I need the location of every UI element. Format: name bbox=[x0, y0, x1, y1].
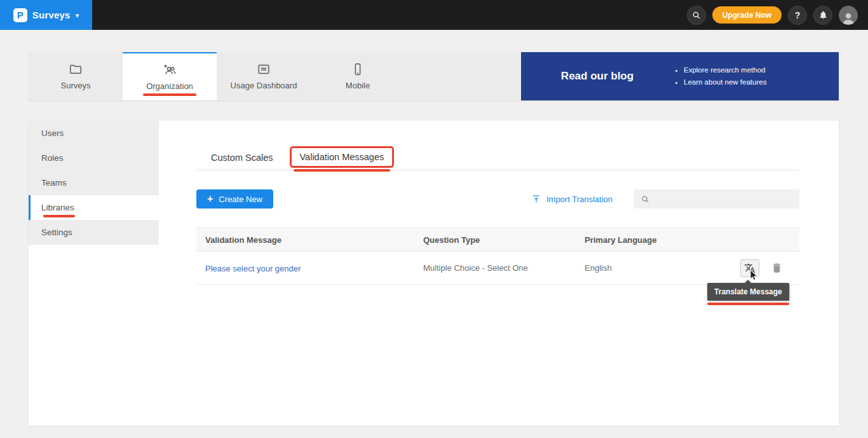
library-tabs: Custom Scales Validation Messages bbox=[196, 145, 799, 170]
main-card: Users Roles Teams Libraries Settings Cus… bbox=[29, 121, 839, 426]
table-search[interactable] bbox=[634, 189, 799, 209]
tab-validation-messages[interactable]: Validation Messages bbox=[300, 152, 384, 162]
libraries-content: Custom Scales Validation Messages + Crea… bbox=[159, 121, 839, 426]
translate-icon bbox=[744, 263, 756, 274]
page: P Surveys ▾ Upgrade Now ? Surveys bbox=[0, 0, 868, 438]
folder-icon bbox=[69, 62, 83, 76]
avatar[interactable] bbox=[839, 6, 858, 25]
help-icon: ? bbox=[795, 10, 801, 20]
organization-icon bbox=[163, 63, 177, 77]
validation-messages-table: Validation Message Question Type Primary… bbox=[196, 228, 799, 285]
trash-icon bbox=[771, 262, 783, 274]
notifications-button[interactable] bbox=[813, 6, 832, 25]
tab-custom-scales[interactable]: Custom Scales bbox=[211, 153, 273, 163]
blog-title: Read our blog bbox=[521, 70, 674, 83]
toolbar-right: Import Translation bbox=[531, 189, 799, 209]
settings-sidebar: Users Roles Teams Libraries Settings bbox=[29, 121, 159, 426]
translate-message-button[interactable] bbox=[740, 259, 759, 277]
create-new-label: Create New bbox=[219, 195, 262, 204]
question-type-cell: Multiple Choice - Select One bbox=[423, 263, 585, 273]
validation-message-link[interactable]: Please select your gender bbox=[205, 264, 301, 273]
tab-surveys[interactable]: Surveys bbox=[29, 52, 123, 100]
person-icon bbox=[841, 11, 856, 25]
annotation-underline-libraries bbox=[43, 215, 75, 217]
column-header-question-type: Question Type bbox=[423, 235, 585, 245]
brand-logo: P bbox=[13, 8, 27, 22]
column-header-validation-message: Validation Message bbox=[196, 235, 423, 245]
toolbar: + Create New Import Translation bbox=[196, 189, 799, 209]
import-icon bbox=[531, 194, 541, 204]
sidebar-item-label: Teams bbox=[41, 178, 67, 188]
tab-organization[interactable]: Organization bbox=[123, 52, 217, 100]
app-header: P Surveys ▾ Upgrade Now ? bbox=[0, 0, 868, 30]
search-icon bbox=[691, 10, 702, 20]
column-header-primary-language: Primary Language bbox=[585, 235, 704, 245]
import-translation-label: Import Translation bbox=[546, 195, 613, 204]
blog-bullet: Explore research method bbox=[684, 67, 766, 74]
tab-label: Usage Dashboard bbox=[231, 81, 297, 90]
blog-bullet-list: Explore research method Learn about new … bbox=[674, 67, 766, 86]
sidebar-item-label: Settings bbox=[41, 228, 72, 237]
annotation-underline-organization bbox=[143, 93, 196, 96]
translate-message-tooltip: Translate Message bbox=[707, 283, 789, 301]
tab-usage-dashboard[interactable]: Usage Dashboard bbox=[217, 52, 311, 100]
sidebar-item-settings[interactable]: Settings bbox=[29, 220, 159, 245]
product-name: Surveys bbox=[32, 10, 71, 20]
dashboard-icon bbox=[257, 62, 271, 76]
product-switcher[interactable]: P Surveys ▾ bbox=[0, 0, 92, 30]
blog-banner[interactable]: Read our blog Explore research method Le… bbox=[521, 52, 839, 100]
tab-label: Organization bbox=[146, 81, 193, 91]
tab-label: Surveys bbox=[61, 81, 91, 90]
sidebar-item-users[interactable]: Users bbox=[29, 121, 159, 146]
bell-icon bbox=[818, 10, 828, 20]
sidebar-item-libraries[interactable]: Libraries bbox=[29, 195, 159, 220]
row-actions: Translate Message bbox=[704, 259, 799, 277]
translate-action: Translate Message bbox=[740, 259, 759, 277]
header-actions: Upgrade Now ? bbox=[687, 6, 868, 25]
table-row: Please select your gender Multiple Choic… bbox=[196, 252, 799, 285]
sidebar-item-teams[interactable]: Teams bbox=[29, 170, 159, 195]
help-button[interactable]: ? bbox=[788, 6, 807, 25]
search-input[interactable] bbox=[654, 195, 793, 204]
mobile-icon bbox=[351, 62, 365, 76]
sidebar-item-label: Roles bbox=[41, 153, 64, 163]
chevron-down-icon: ▾ bbox=[76, 11, 79, 20]
annotation-box-validation-messages: Validation Messages bbox=[290, 146, 395, 168]
upgrade-button[interactable]: Upgrade Now bbox=[712, 6, 782, 24]
import-translation-link[interactable]: Import Translation bbox=[531, 194, 613, 204]
plus-icon: + bbox=[207, 194, 213, 204]
sidebar-item-roles[interactable]: Roles bbox=[29, 146, 159, 170]
create-new-button[interactable]: + Create New bbox=[196, 189, 273, 209]
primary-language-cell: English bbox=[585, 263, 704, 273]
blog-bullet: Learn about new features bbox=[684, 79, 766, 86]
table-header-row: Validation Message Question Type Primary… bbox=[196, 228, 799, 252]
tab-mobile[interactable]: Mobile bbox=[311, 52, 405, 100]
sidebar-item-label: Users bbox=[41, 128, 64, 138]
search-button[interactable] bbox=[687, 6, 706, 25]
tab-label: Mobile bbox=[346, 81, 370, 90]
search-icon bbox=[641, 195, 650, 204]
delete-message-button[interactable] bbox=[771, 262, 783, 274]
primary-nav: Surveys Organization Usage Dashboard Mob… bbox=[29, 52, 839, 100]
sidebar-item-label: Libraries bbox=[41, 203, 74, 212]
